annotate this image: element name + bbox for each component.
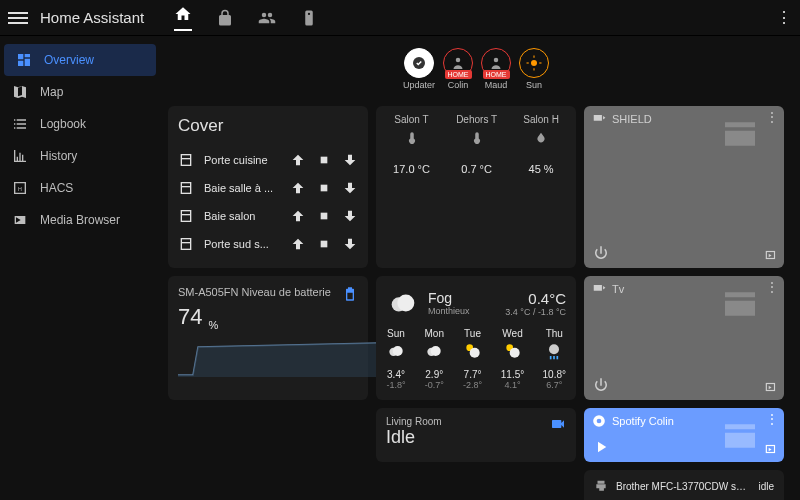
badge-updater[interactable]: Updater <box>403 48 435 90</box>
cover-stop-icon[interactable] <box>316 180 332 196</box>
weather-card: Fog Monthieux 0.4°C 3.4 °C / -1.8 °C Sun… <box>376 276 576 400</box>
sidebar-item-hacs[interactable]: HHACS <box>0 172 160 204</box>
sidebar-item-label: Overview <box>44 53 94 67</box>
cover-label: Baie salle à ... <box>204 182 280 194</box>
weather-now-icon <box>386 286 420 320</box>
forecast-day: Tue7.7°-2.8° <box>463 328 483 390</box>
cover-up-icon[interactable] <box>290 236 306 252</box>
cover-up-icon[interactable] <box>290 208 306 224</box>
forecast-day-label: Sun <box>386 328 406 339</box>
svg-rect-17 <box>321 213 328 220</box>
svg-rect-11 <box>321 157 328 164</box>
sensor-salon-t[interactable]: Salon T17.0 °C <box>393 114 430 260</box>
forecast-low: -0.7° <box>424 380 444 390</box>
svg-point-31 <box>549 344 559 354</box>
badge-colin[interactable]: HOMEColin <box>443 48 473 90</box>
cover-up-icon[interactable] <box>290 180 306 196</box>
svg-rect-12 <box>181 183 190 194</box>
sidebar-item-map[interactable]: Map <box>0 76 160 108</box>
forecast-day-label: Tue <box>463 328 483 339</box>
queue-icon[interactable] <box>764 380 778 394</box>
tab-strip <box>174 5 318 31</box>
badge-label: Colin <box>448 80 469 90</box>
cover-row: Baie salle à ... <box>178 174 358 202</box>
sidebar-item-overview[interactable]: Overview <box>4 44 156 76</box>
power-icon[interactable] <box>592 376 610 394</box>
weather-condition: Fog <box>428 290 497 306</box>
media-card-tv[interactable]: Tv⋮ <box>584 276 784 400</box>
overflow-menu-icon[interactable]: ⋮ <box>776 8 792 27</box>
forecast-day-label: Mon <box>424 328 444 339</box>
cover-stop-icon[interactable] <box>316 208 332 224</box>
cover-down-icon[interactable] <box>342 152 358 168</box>
sensor-dehors-t[interactable]: Dehors T0.7 °C <box>456 114 497 260</box>
sidebar-item-logbook[interactable]: Logbook <box>0 108 160 140</box>
cover-label: Porte sud s... <box>204 238 280 250</box>
svg-rect-18 <box>181 239 190 250</box>
forecast-high: 10.8° <box>543 369 566 380</box>
cast-icon <box>592 414 606 428</box>
sidebar-item-history[interactable]: History <box>0 140 160 172</box>
tab-home-icon[interactable] <box>174 5 192 31</box>
media-card-shield[interactable]: SHIELD⋮ <box>584 106 784 268</box>
media-menu-icon[interactable]: ⋮ <box>766 412 778 426</box>
room-state: Idle <box>386 427 566 448</box>
window-icon <box>178 208 194 224</box>
tab-people-icon[interactable] <box>258 9 276 27</box>
badge-icon <box>410 54 428 72</box>
cover-down-icon[interactable] <box>342 180 358 196</box>
forecast-high: 11.5° <box>501 369 524 380</box>
cover-down-icon[interactable] <box>342 236 358 252</box>
cover-card: Cover Porte cuisineBaie salle à ...Baie … <box>168 106 368 268</box>
printer-name: Brother MFC-L3770CDW series <box>616 481 750 492</box>
media-art-icon <box>720 114 760 154</box>
sensor-salon-h[interactable]: Salon H45 % <box>523 114 559 260</box>
cover-title: Cover <box>178 116 358 136</box>
window-icon <box>178 180 194 196</box>
forecast-low: 4.1° <box>501 380 524 390</box>
badge-label: Maud <box>485 80 508 90</box>
sensor-value: 0.7 °C <box>456 163 497 175</box>
cover-down-icon[interactable] <box>342 208 358 224</box>
svg-point-26 <box>431 346 441 356</box>
window-icon <box>178 152 194 168</box>
cover-up-icon[interactable] <box>290 152 306 168</box>
media-card-spotify-colin[interactable]: Spotify Colin⋮ <box>584 408 784 462</box>
badge-maud[interactable]: HOMEMaud <box>481 48 511 90</box>
tab-remote-icon[interactable] <box>300 9 318 27</box>
sidebar-item-media-browser[interactable]: Media Browser <box>0 204 160 236</box>
cover-label: Baie salon <box>204 210 280 222</box>
printer-row[interactable]: Brother MFC-L3770CDW seriesidle <box>584 474 784 498</box>
power-icon[interactable] <box>592 244 610 262</box>
app-title: Home Assistant <box>40 9 144 26</box>
forecast-high: 7.7° <box>463 369 483 380</box>
badge-sun[interactable]: Sun <box>519 48 549 90</box>
media-name: Spotify Colin <box>612 415 674 427</box>
battery-icon <box>342 286 358 302</box>
sidebar-item-label: HACS <box>40 181 73 195</box>
window-icon <box>178 236 194 252</box>
cover-stop-icon[interactable] <box>316 152 332 168</box>
media-menu-icon[interactable]: ⋮ <box>766 110 778 124</box>
cover-stop-icon[interactable] <box>316 236 332 252</box>
printer-card: Brother MFC-L3770CDW seriesidleBrother M… <box>584 470 784 500</box>
media-menu-icon[interactable]: ⋮ <box>766 280 778 294</box>
svg-point-30 <box>509 348 519 358</box>
tab-lock-icon[interactable] <box>216 9 234 27</box>
svg-rect-20 <box>321 241 328 248</box>
forecast-day: Mon2.9°-0.7° <box>424 328 444 390</box>
badge-icon <box>525 54 543 72</box>
list-icon <box>12 116 28 132</box>
forecast-day-label: Thu <box>543 328 566 339</box>
queue-icon[interactable] <box>764 248 778 262</box>
forecast-icon <box>424 341 444 361</box>
battery-card: SM-A505FN Niveau de batterie 74 % <box>168 276 368 400</box>
forecast-icon <box>386 341 406 361</box>
sensor-name: Dehors T <box>456 114 497 125</box>
svg-point-38 <box>597 419 602 424</box>
menu-toggle-icon[interactable] <box>8 8 28 28</box>
camera-icon[interactable] <box>550 416 566 432</box>
play-icon[interactable] <box>592 438 610 456</box>
queue-icon[interactable] <box>764 442 778 456</box>
forecast-icon <box>503 341 523 361</box>
